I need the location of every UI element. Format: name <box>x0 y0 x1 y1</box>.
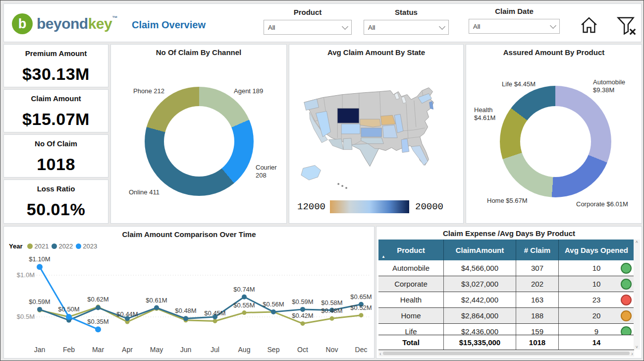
filter-product: Product All <box>264 8 352 35</box>
table-cell: 20 <box>559 308 634 323</box>
data-point[interactable] <box>213 319 217 323</box>
table-cell: $2,436,000 <box>444 324 516 335</box>
legend-item-2023[interactable]: 2023 <box>76 242 97 250</box>
table-cell: Health <box>378 292 444 307</box>
x-axis-month: Feb <box>63 346 75 354</box>
state-colorado[interactable] <box>341 124 360 134</box>
line-chart-legend: Year 2021 2022 2023 <box>9 242 97 250</box>
filter-status: Status All <box>364 8 449 35</box>
state-arizona[interactable] <box>328 139 343 150</box>
column-header-product[interactable]: Product ▲ <box>378 240 444 260</box>
scroll-right-icon[interactable]: › <box>631 351 633 357</box>
table-row-health[interactable]: Health$2,442,00016323 <box>378 292 634 308</box>
data-point[interactable] <box>301 321 305 326</box>
data-label: $0.58M <box>321 299 342 306</box>
state-kansas[interactable] <box>361 128 382 137</box>
state-alaska[interactable] <box>301 165 321 180</box>
us-choropleth-map[interactable] <box>293 69 460 192</box>
state-wyoming[interactable] <box>337 108 359 123</box>
data-point[interactable] <box>359 313 364 317</box>
legend-title: Year <box>9 242 22 250</box>
data-point[interactable] <box>271 309 276 314</box>
table-cell: Corporate <box>378 276 444 292</box>
column-header-avg-days[interactable]: Avg Days Opened <box>559 240 634 260</box>
data-point[interactable] <box>37 307 42 312</box>
kpi-card-premium-amount: Premium Amount $30.13M <box>3 44 108 87</box>
data-label: $0.56M <box>263 301 284 308</box>
legend-item-2021[interactable]: 2021 <box>27 242 49 250</box>
data-label: $0.48M <box>321 307 342 314</box>
chart-claim-expense-table: Claim Expense /Avg Days By Product Produ… <box>376 226 642 359</box>
state-newmexico[interactable] <box>343 138 352 150</box>
legend-min-label: 12000 <box>297 201 325 212</box>
filter-product-label: Product <box>264 8 352 16</box>
status-red-icon <box>621 295 632 305</box>
filter-claim-date-value: All <box>473 23 551 30</box>
filter-claim-date-dropdown[interactable]: All <box>469 19 560 34</box>
table-cell: $2,864,000 <box>444 308 516 323</box>
status-green-icon <box>621 326 632 335</box>
column-header-claim-amount[interactable]: ClaimAmount <box>444 240 516 260</box>
kpi-card-loss-ratio: Loss Ratio 50.01% <box>3 180 108 224</box>
table-row-home[interactable]: Home$2,864,00018820 <box>378 308 634 324</box>
table-cell: Home <box>378 308 444 323</box>
scrollbar-thumb[interactable] <box>383 352 630 355</box>
data-label: $0.48M <box>175 307 196 314</box>
data-point[interactable] <box>66 314 72 320</box>
data-point[interactable] <box>242 310 247 315</box>
home-icon[interactable] <box>579 15 599 36</box>
data-label: $0.44M <box>116 310 138 318</box>
kpi-label: Claim Amount <box>4 90 108 103</box>
filter-status-value: All <box>368 24 440 31</box>
donut-hole <box>164 106 234 177</box>
table-cell: Life <box>378 324 444 335</box>
filter-claim-date: Claim Date All <box>469 7 560 34</box>
filter-product-dropdown[interactable]: All <box>264 20 352 35</box>
chart-title: Claim Expense /Avg Days By Product <box>376 227 642 238</box>
data-point[interactable] <box>37 264 43 270</box>
horizontal-scrollbar[interactable]: ‹ › <box>378 350 634 357</box>
filter-status-label: Status <box>364 8 449 16</box>
data-point[interactable] <box>300 307 305 312</box>
data-point[interactable] <box>154 305 159 310</box>
scroll-up-icon[interactable]: ˄ <box>636 240 638 244</box>
filter-status-dropdown[interactable]: All <box>364 20 449 35</box>
data-point[interactable] <box>330 316 334 321</box>
color-gradient-legend <box>330 200 409 213</box>
total-claim-amount: $15,335,000 <box>444 335 516 350</box>
data-point[interactable] <box>96 305 101 310</box>
line-chart-plot[interactable]: $1.0M$0.5MJanFebMarAprMayJunJulAugSepOct… <box>4 254 374 358</box>
logo-text: beyondkey™ <box>37 15 117 32</box>
table-cell: 307 <box>516 260 559 276</box>
legend-item-2022[interactable]: 2022 <box>52 242 73 250</box>
slice-label-health: Health $4.61M <box>474 106 502 122</box>
data-label: $1.10M <box>29 255 50 263</box>
data-label: $0.42M <box>292 312 313 319</box>
data-label: $0.61M <box>146 297 167 304</box>
table-cell: 10 <box>559 276 634 292</box>
claim-overview-dashboard: b beyondkey™ Claim Overview Product All … <box>0 0 644 361</box>
table-row-life[interactable]: Life$2,436,0001599 <box>378 324 634 335</box>
data-label: $0.55M <box>233 301 255 309</box>
table-cell: 202 <box>516 276 559 292</box>
filter-x-icon[interactable] <box>614 14 639 38</box>
data-point[interactable] <box>183 316 188 321</box>
total-avg-days: 14 <box>559 335 634 350</box>
table-cell: 159 <box>516 324 559 335</box>
vertical-scrollbar[interactable]: ˄ ˅ <box>634 240 640 350</box>
table-row-corporate[interactable]: Corporate$3,027,00020210 <box>378 276 634 292</box>
table-row-automobile[interactable]: Automobile$4,566,00030710 <box>378 260 634 276</box>
chart-title: Claim Amount Comparison Over Time <box>4 227 374 239</box>
slice-label-online: Online 411 <box>129 188 160 196</box>
chart-assured-by-product: Assured Amount By Product Automobile $9.… <box>466 44 642 224</box>
chart-title: Assured Amount By Product <box>466 45 642 57</box>
slice-label-automobile: Automobile $9.38M <box>593 78 639 95</box>
scroll-down-icon[interactable]: ˅ <box>636 345 638 350</box>
chart-title: No Of Claim By Channel <box>111 45 286 57</box>
column-header-num-claim[interactable]: # Claim <box>516 240 559 260</box>
data-point[interactable] <box>242 295 247 300</box>
scroll-left-icon[interactable]: ‹ <box>379 351 381 357</box>
beyondkey-logo-icon: b <box>12 13 33 34</box>
table-cell: $3,027,000 <box>444 276 516 292</box>
data-point[interactable] <box>95 326 101 332</box>
